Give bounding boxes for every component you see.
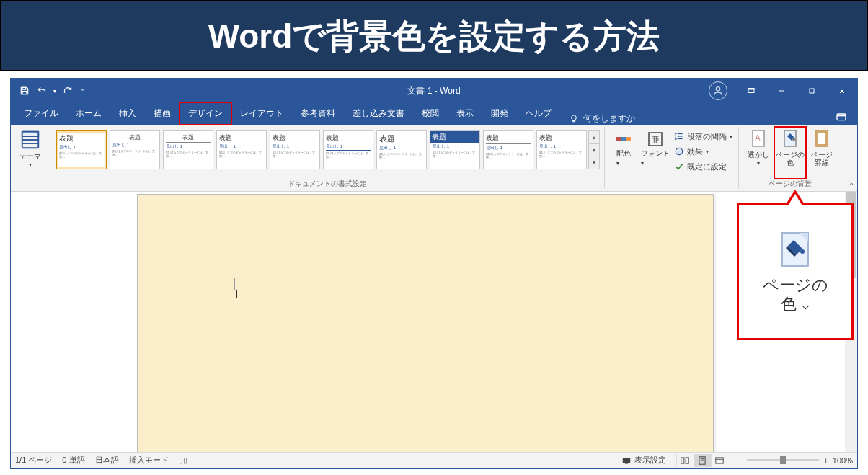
tab-design[interactable]: デザイン	[180, 102, 231, 125]
gallery-expand-icon[interactable]: ▾	[589, 156, 599, 169]
style-set-thumb[interactable]: 表題 見出し 1 [鋳入] タブのギャラリーには、文書…	[536, 130, 587, 169]
view-buttons	[676, 454, 728, 467]
check-icon	[674, 161, 684, 172]
group-label-doc-format: ドキュメントの書式設定	[288, 179, 367, 190]
status-insert-mode[interactable]: 挿入モード	[129, 455, 169, 466]
display-settings-button[interactable]: 表示設定	[621, 455, 666, 466]
status-page[interactable]: 1/1 ページ	[15, 455, 52, 466]
style-set-thumb[interactable]: 表題 見出し 1 [鋳入] タブのギャラリーには、文書…	[430, 130, 480, 169]
svg-text:A: A	[755, 133, 761, 143]
set-as-default-button[interactable]: 既定に設定	[673, 159, 734, 174]
zoom-level[interactable]: 100%	[833, 456, 853, 465]
article-title-banner: Wordで背景色を設定する方法	[0, 0, 868, 71]
margin-mark-icon	[222, 278, 235, 290]
svg-rect-4	[748, 89, 754, 90]
svg-point-27	[793, 138, 795, 141]
tab-references[interactable]: 参考資料	[292, 102, 344, 125]
tab-insert[interactable]: 挿入	[110, 102, 145, 125]
close-button[interactable]	[827, 79, 857, 103]
paragraph-spacing-button[interactable]: 段落の間隔▾	[673, 129, 734, 143]
undo-button[interactable]	[34, 83, 50, 99]
style-set-gallery[interactable]: 表題 見出し 1 [鋳入] タブのギャラリーには、文書… 表題 見出し 1 [鋳…	[55, 128, 588, 169]
tab-home[interactable]: ホーム	[67, 102, 110, 125]
group-label-page-bg: ページの背景	[769, 179, 812, 190]
statusbar: 1/1 ページ 0 単語 日本語 挿入モード ▯▯ 表示設定 − + 100%	[11, 452, 857, 468]
style-set-thumb[interactable]: 表題 見出し 1 [鋳入] タブのギャラリーには、文書…	[483, 130, 533, 169]
tab-file[interactable]: ファイル	[15, 102, 67, 125]
svg-rect-16	[621, 137, 626, 141]
svg-point-2	[716, 87, 719, 91]
group-themes: テーマ▾	[11, 125, 50, 191]
scroll-down-icon[interactable]: ▾	[589, 144, 599, 157]
tab-developer[interactable]: 開発	[482, 102, 517, 125]
undo-dropdown-icon[interactable]: ▾	[51, 83, 58, 99]
qat-customize-icon[interactable]: ⁼	[77, 83, 87, 99]
svg-point-23	[676, 148, 682, 154]
watermark-button[interactable]: A 透かし▾	[743, 128, 774, 178]
chevron-down-icon: ▾	[29, 161, 32, 168]
scroll-up-icon[interactable]: ▴	[589, 131, 599, 144]
tab-view[interactable]: 表示	[448, 102, 482, 125]
svg-point-39	[800, 249, 805, 254]
gallery-scroll[interactable]: ▴ ▾ ▾	[588, 130, 600, 169]
svg-rect-30	[623, 457, 631, 462]
style-set-thumb[interactable]: 表題 見出し 1 [鋳入] タブのギャラリーには、文書…	[270, 130, 320, 169]
style-set-thumb[interactable]: 表題 見出し 1 [鋳入] タブのギャラリーには、文書…	[56, 130, 107, 169]
redo-button[interactable]	[60, 83, 76, 99]
tell-me-label: 何をしますか	[583, 112, 635, 125]
page-borders-button[interactable]: ページ 罫線	[807, 128, 837, 178]
tell-me-search[interactable]: 何をしますか	[569, 112, 635, 125]
svg-rect-17	[626, 137, 631, 141]
zoom-in-icon[interactable]: +	[823, 456, 828, 465]
share-button[interactable]	[836, 111, 847, 125]
tab-mailings[interactable]: 差し込み文書	[344, 102, 413, 125]
page-color-button[interactable]: ページの 色	[775, 128, 805, 178]
group-formatting-extras: 配色▾ 亜 フォント▾ 段落の間隔▾ 効果▾ 既定に設定	[605, 125, 738, 191]
titlebar: ▾ ⁼ 文書 1 - Word	[11, 79, 857, 103]
style-set-thumb[interactable]: 表題 見出し 1 [鋳入] タブのギャラリーには、文書…	[163, 130, 213, 169]
zoom-out-icon[interactable]: −	[738, 456, 743, 465]
maximize-button[interactable]	[797, 79, 827, 103]
ribbon-display-options-button[interactable]	[736, 79, 766, 103]
effects-button[interactable]: 効果▾	[673, 144, 734, 159]
tab-draw[interactable]: 描画	[145, 102, 180, 125]
quick-access-toolbar: ▾ ⁼	[11, 83, 87, 99]
document-area	[11, 192, 857, 452]
macro-record-icon[interactable]: ▯▯	[179, 456, 187, 465]
tab-help[interactable]: ヘルプ	[517, 102, 560, 125]
tab-layout[interactable]: レイアウト	[231, 102, 292, 125]
svg-rect-0	[22, 87, 26, 89]
collapse-ribbon-icon[interactable]: ⌃	[849, 182, 854, 190]
themes-label: テーマ	[19, 152, 41, 160]
view-web-layout[interactable]	[711, 454, 728, 467]
fonts-button[interactable]: 亜 フォント▾	[641, 129, 670, 178]
callout-page-color: ページの 色 ⌵	[737, 203, 854, 340]
save-button[interactable]	[17, 83, 32, 99]
status-word-count[interactable]: 0 単語	[62, 455, 84, 466]
svg-rect-14	[22, 132, 39, 136]
callout-label: ページの 色 ⌵	[763, 276, 828, 314]
margin-mark-icon	[616, 278, 629, 290]
colors-button[interactable]: 配色▾	[609, 129, 638, 178]
view-print-layout[interactable]	[694, 454, 711, 467]
ribbon-body: テーマ▾ 表題 見出し 1 [鋳入] タブのギャラリーには、文書… 表題 見出し…	[11, 125, 857, 192]
minimize-button[interactable]	[766, 79, 797, 103]
svg-rect-1	[22, 92, 27, 94]
style-set-thumb[interactable]: 表題 見出し 1 [鋳入] タブのギャラリーには、文書…	[323, 130, 373, 169]
document-page[interactable]	[137, 194, 714, 452]
status-language[interactable]: 日本語	[95, 455, 119, 466]
style-set-thumb[interactable]: 表題 見出し 1 [鋳入] タブのギャラリーには、文書…	[376, 130, 427, 169]
account-icon[interactable]	[709, 81, 727, 100]
svg-rect-35	[716, 457, 724, 463]
svg-rect-6	[810, 89, 814, 93]
tab-review[interactable]: 校閲	[413, 102, 448, 125]
page-color-icon	[775, 230, 815, 270]
style-set-thumb[interactable]: 表題 見出し 1 [鋳入] タブのギャラリーには、文書…	[110, 130, 160, 169]
group-doc-formatting: 表題 見出し 1 [鋳入] タブのギャラリーには、文書… 表題 見出し 1 [鋳…	[50, 125, 604, 191]
style-set-thumb[interactable]: 表題 見出し 1 [鋳入] タブのギャラリーには、文書…	[216, 130, 267, 169]
article-title: Wordで背景色を設定する方法	[208, 17, 660, 55]
themes-button[interactable]: テーマ▾	[15, 128, 45, 178]
word-window: ▾ ⁼ 文書 1 - Word ファイル	[10, 78, 858, 469]
zoom-slider[interactable]: − + 100%	[738, 456, 853, 465]
view-read-mode[interactable]	[676, 454, 694, 467]
